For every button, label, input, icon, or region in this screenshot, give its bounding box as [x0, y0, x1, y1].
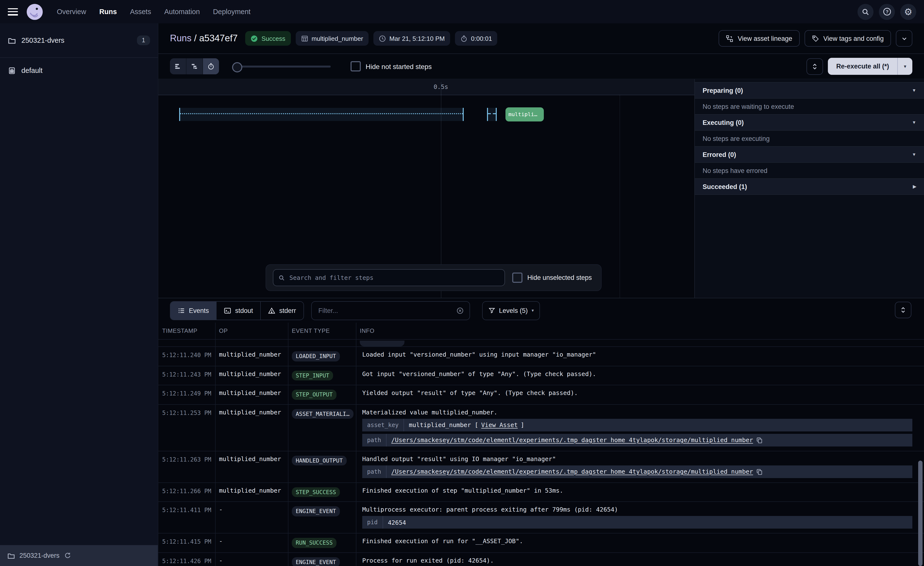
status-section-title: Succeeded (1) — [703, 183, 747, 190]
timed-view-icon — [207, 63, 214, 70]
event-type-badge[interactable]: HANDLED_OUTPUT — [292, 456, 346, 465]
event-type-cell: ASSET_MATERIALI… — [288, 408, 356, 446]
caret-down-icon[interactable]: ▼ — [912, 88, 916, 93]
help-icon: ? — [882, 7, 891, 16]
event-type-badge[interactable]: LOADED_INPUT — [292, 351, 340, 361]
gantt-toolbar: Hide not started steps Re-execute all (*… — [158, 54, 924, 79]
vertical-scrollbar[interactable] — [918, 461, 922, 566]
levels-filter-button[interactable]: Levels (5) ▾ — [482, 301, 540, 320]
copy-icon[interactable] — [756, 468, 763, 475]
col-info: INFO — [356, 327, 924, 334]
sidebar-item-default-job[interactable]: default — [0, 58, 158, 83]
slider-knob[interactable] — [232, 62, 242, 72]
step-bar-multiplied-number[interactable]: multipli… — [506, 107, 544, 122]
event-type-badge[interactable]: ASSET_MATERIALI… — [292, 409, 354, 419]
status-section-header[interactable]: Succeeded (1)▶ — [695, 178, 924, 195]
nav-item-runs[interactable]: Runs — [99, 8, 117, 15]
breadcrumb-runs-link[interactable]: Runs — [170, 33, 192, 43]
event-type-badge[interactable]: STEP_OUTPUT — [292, 390, 336, 400]
caret-right-icon[interactable]: ▶ — [913, 184, 916, 189]
event-metadata-row: pid42654 — [362, 516, 912, 528]
event-op: multiplied_number — [215, 408, 288, 446]
caret-down-icon[interactable]: ▼ — [912, 152, 916, 157]
event-info-cell: Multiprocess executor: parent process ex… — [356, 506, 924, 528]
tab-events[interactable]: Events — [170, 301, 217, 319]
event-type-badge[interactable]: ENGINE_EVENT — [292, 506, 340, 516]
reexecute-dropdown-button[interactable]: ▾ — [897, 58, 912, 75]
nav-item-overview[interactable]: Overview — [57, 8, 86, 15]
refresh-icon[interactable] — [64, 552, 71, 559]
search-icon — [861, 8, 870, 16]
col-event-type: EVENT TYPE — [288, 327, 356, 334]
timed-view-button[interactable] — [203, 58, 219, 74]
sidebar-footer[interactable]: 250321-dvers — [0, 545, 158, 566]
log-tabs: Events stdout stderr — [170, 301, 304, 320]
status-badge: Success — [246, 31, 291, 46]
caret-down-icon[interactable]: ▼ — [912, 120, 916, 125]
waterfall-view-button[interactable] — [186, 58, 203, 74]
tab-stderr[interactable]: stderr — [261, 301, 303, 319]
hide-not-started-checkbox[interactable] — [351, 61, 361, 71]
settings-button[interactable]: ⚙ — [900, 4, 916, 20]
flat-view-button[interactable] — [170, 58, 186, 74]
caret-down-icon: ▾ — [532, 308, 534, 313]
dagster-logo-icon[interactable] — [26, 3, 43, 20]
status-section-header[interactable]: Preparing (0)▼ — [695, 82, 924, 99]
sidebar: 250321-dvers 1 default 250321-dvers — [0, 23, 158, 566]
event-type-badge[interactable]: ENGINE_EVENT — [292, 557, 340, 566]
copy-icon[interactable] — [756, 437, 763, 443]
steps-search-input[interactable] — [288, 274, 500, 282]
nav-item-assets[interactable]: Assets — [130, 8, 151, 15]
step-preparing-region — [487, 108, 497, 121]
metadata-link[interactable]: /Users/smackesey/stm/code/elementl/exper… — [392, 436, 753, 444]
status-section-header[interactable]: Executing (0)▼ — [695, 114, 924, 131]
clock-icon — [379, 35, 386, 42]
table-row: 5:12:11.426 PM-ENGINE_EVENTProcess for r… — [158, 552, 924, 566]
asset-tag[interactable]: multiplied_number — [296, 31, 368, 46]
status-section-title: Errored (0) — [703, 151, 736, 158]
reexecute-all-button[interactable]: Re-execute all (*) — [828, 58, 897, 75]
zoom-slider[interactable] — [233, 58, 331, 74]
status-section-header[interactable]: Errored (0)▼ — [695, 146, 924, 163]
event-info-cell: Got input "versioned_number" of type "An… — [356, 370, 924, 381]
repo-count-badge: 1 — [137, 35, 150, 45]
terminal-icon — [224, 307, 231, 314]
hide-unselected-checkbox-row[interactable]: Hide unselected steps — [512, 272, 592, 283]
dagster-run-page: Overview Runs Assets Automation Deployme… — [0, 0, 924, 566]
nav-item-automation[interactable]: Automation — [164, 8, 200, 15]
event-type-cell: RUN_SUCCESS — [288, 537, 356, 548]
view-asset-lineage-button[interactable]: View asset lineage — [719, 30, 800, 47]
search-button[interactable] — [858, 4, 873, 20]
run-more-actions-button[interactable] — [896, 30, 912, 47]
gridline-right — [620, 95, 620, 298]
steps-search-box — [273, 269, 505, 286]
hide-unselected-label: Hide unselected steps — [527, 274, 592, 281]
hide-not-started-checkbox-row[interactable]: Hide not started steps — [351, 61, 432, 71]
chevron-down-icon — [901, 35, 907, 42]
event-op: - — [215, 557, 288, 566]
help-button[interactable]: ? — [879, 4, 895, 20]
run-duration: 0:00:01 — [455, 31, 498, 46]
event-metadata-row: path/Users/smackesey/stm/code/elementl/e… — [362, 465, 912, 478]
event-type-badge[interactable]: RUN_SUCCESS — [292, 538, 336, 548]
log-filter-input[interactable] — [317, 306, 456, 315]
metadata-link[interactable]: View Asset — [481, 421, 518, 429]
tab-stdout[interactable]: stdout — [217, 301, 261, 319]
timer-icon — [460, 35, 468, 42]
event-type-badge[interactable]: STEP_SUCCESS — [292, 487, 340, 497]
nav-item-deployment[interactable]: Deployment — [213, 8, 250, 15]
sidebar-item-repo[interactable]: 250321-dvers 1 — [0, 23, 158, 58]
event-type-badge[interactable]: STEP_INPUT — [292, 370, 333, 381]
metadata-label: path — [362, 465, 387, 478]
menu-icon[interactable] — [8, 8, 18, 15]
event-op: multiplied_number — [215, 351, 288, 361]
clear-icon[interactable] — [456, 307, 464, 314]
gantt-expand-button[interactable] — [807, 58, 823, 75]
events-toolbar: Events stdout stderr — [158, 298, 924, 322]
partial-row — [158, 340, 924, 347]
hide-unselected-checkbox[interactable] — [512, 272, 522, 283]
metadata-link[interactable]: /Users/smackesey/stm/code/elementl/exper… — [392, 468, 753, 475]
view-tags-config-button[interactable]: View tags and config — [804, 30, 891, 47]
event-op: multiplied_number — [215, 370, 288, 381]
events-expand-button[interactable] — [895, 302, 911, 318]
